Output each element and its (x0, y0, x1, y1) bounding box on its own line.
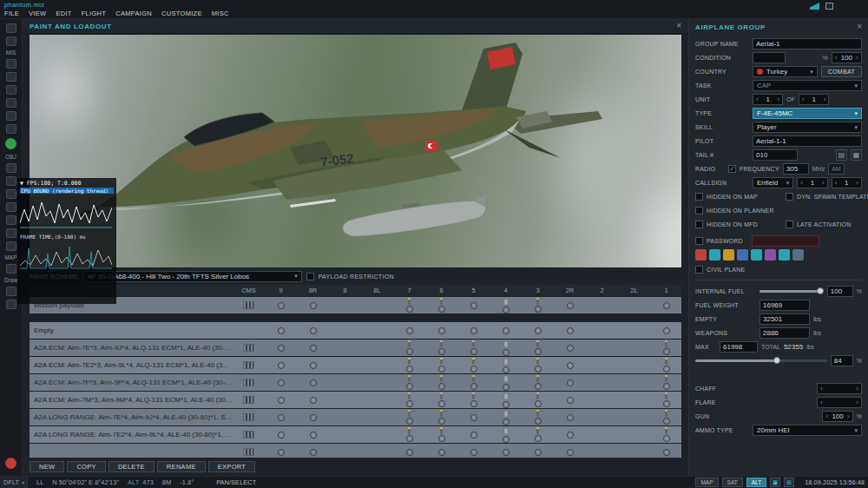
station-cell[interactable] (393, 426, 425, 443)
jammer-icon[interactable] (765, 249, 776, 260)
station-cell[interactable] (265, 426, 297, 443)
station-cell[interactable] (393, 374, 425, 391)
close-icon[interactable]: × (857, 23, 862, 31)
combat-button[interactable]: COMBAT (821, 66, 862, 77)
station-cell[interactable] (265, 444, 297, 458)
window-icon[interactable] (825, 3, 833, 10)
station-cell[interactable] (618, 357, 650, 373)
decrement-icon[interactable]: ‹ (753, 95, 761, 104)
station-radio[interactable] (663, 400, 670, 407)
callsign-dropdown[interactable]: Enfield ▾ (753, 177, 793, 188)
station-cell[interactable] (618, 426, 650, 443)
tail-number-input[interactable] (753, 149, 798, 161)
station-cell[interactable] (457, 426, 490, 443)
station-cell[interactable] (586, 297, 618, 313)
station-radio[interactable] (470, 449, 477, 456)
decrement-icon[interactable]: ‹ (823, 412, 831, 421)
menu-icon[interactable] (6, 23, 16, 33)
skill-dropdown[interactable]: Player ▾ (753, 122, 862, 133)
chaff-stepper[interactable]: ‹ › (817, 383, 862, 394)
station-cell[interactable] (393, 297, 425, 313)
menu-item-flight[interactable]: FLIGHT (82, 10, 106, 17)
station-cell[interactable] (393, 357, 425, 373)
payload-row[interactable] (30, 444, 681, 458)
station-radio[interactable] (406, 306, 413, 313)
close-icon[interactable]: × (676, 22, 681, 30)
unit-count-stepper[interactable]: ‹ 1 › (753, 94, 783, 105)
station-cell[interactable] (457, 322, 490, 339)
new-button[interactable]: NEW (30, 461, 64, 472)
aircraft-icon[interactable] (6, 163, 16, 173)
station-radio[interactable] (470, 383, 477, 390)
cms-cell[interactable] (233, 409, 265, 425)
station-cell[interactable] (297, 409, 329, 425)
group-name-input[interactable] (753, 38, 862, 49)
delete-button[interactable]: DELETE (108, 461, 155, 472)
station-cell[interactable] (297, 444, 329, 458)
station-radio[interactable] (406, 327, 413, 334)
cms-cell[interactable] (233, 340, 265, 356)
station-cell[interactable] (297, 426, 329, 443)
station-radio[interactable] (310, 362, 317, 369)
station-radio[interactable] (535, 435, 542, 442)
decrement-icon[interactable]: ‹ (798, 178, 806, 188)
station-radio[interactable] (438, 435, 445, 442)
station-radio[interactable] (535, 327, 542, 334)
station-radio[interactable] (438, 383, 445, 390)
pilot-input[interactable] (753, 135, 862, 147)
station-radio[interactable] (470, 302, 477, 309)
station-radio[interactable] (503, 449, 510, 456)
station-cell[interactable] (650, 374, 681, 391)
increment-icon[interactable]: › (853, 53, 861, 63)
station-cell[interactable] (425, 322, 457, 339)
cms-cell[interactable] (233, 357, 265, 373)
increment-icon[interactable]: › (821, 95, 829, 104)
station-radio[interactable] (278, 432, 285, 439)
copy-icon[interactable]: ▤ (836, 149, 847, 161)
station-cell[interactable] (393, 322, 425, 339)
station-radio[interactable] (567, 432, 574, 439)
station-cell[interactable] (329, 374, 361, 391)
decrement-icon[interactable]: ‹ (818, 398, 825, 407)
station-cell[interactable] (554, 374, 586, 391)
station-cell[interactable] (554, 409, 586, 425)
radio-checkbox[interactable]: ✓ (728, 165, 736, 173)
internal-fuel-input[interactable] (827, 286, 853, 297)
station-cell[interactable] (586, 322, 618, 339)
signal-icon[interactable] (810, 3, 819, 10)
station-cell[interactable] (554, 322, 586, 339)
station-radio[interactable] (663, 435, 670, 442)
station-cell[interactable] (265, 409, 297, 425)
station-cell[interactable] (361, 297, 393, 313)
station-cell[interactable] (586, 392, 618, 408)
station-cell[interactable] (586, 426, 618, 443)
increment-icon[interactable]: › (853, 398, 861, 407)
station-cell[interactable] (425, 340, 457, 356)
station-cell[interactable] (329, 297, 361, 313)
station-radio[interactable] (535, 306, 542, 313)
station-radio[interactable] (663, 302, 670, 309)
station-cell[interactable] (425, 374, 457, 391)
station-cell[interactable] (522, 340, 554, 356)
station-cell[interactable] (618, 392, 650, 408)
station-cell[interactable] (425, 426, 457, 443)
ll-button[interactable]: LL (36, 478, 43, 486)
cms-cell[interactable] (233, 374, 265, 391)
station-cell[interactable] (361, 444, 393, 458)
station-radio[interactable] (663, 418, 670, 425)
country-dropdown[interactable]: Turkey ▾ (753, 66, 818, 77)
station-cell[interactable] (297, 392, 329, 408)
station-radio[interactable] (310, 379, 317, 386)
station-radio[interactable] (470, 327, 477, 334)
station-radio[interactable] (663, 449, 670, 456)
payload-row[interactable]: A2A ECM: Aim-7M*3, Aim-9M*4, ALQ-131 ECM… (30, 392, 681, 408)
menu-item-view[interactable]: VIEW (29, 10, 46, 17)
weather-icon[interactable] (6, 85, 16, 95)
max-weight-input[interactable] (720, 341, 758, 353)
station-cell[interactable] (650, 357, 681, 373)
station-radio[interactable] (470, 348, 477, 355)
frequency-input[interactable] (783, 163, 809, 175)
station-cell[interactable] (490, 409, 522, 425)
payload-row[interactable]: A2A LONG RANGE: Aim-7E*4, Aim-9J*4, ALE-… (30, 409, 681, 425)
payload-row[interactable]: A2A ECM: Aim-7F*3, Aim-9P*4, ALQ-131 ECM… (30, 374, 681, 391)
